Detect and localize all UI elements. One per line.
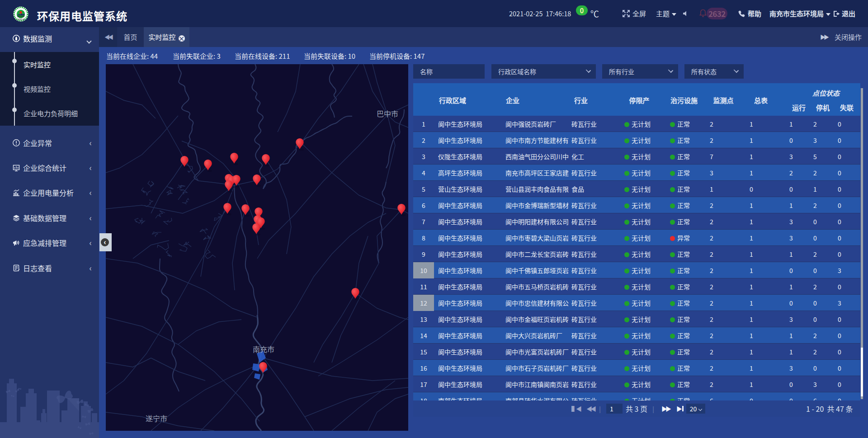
svg-text:南充市: 南充市	[253, 344, 274, 354]
svg-text:环境监测: 环境监测	[17, 18, 24, 21]
svg-text:巴中市: 巴中市	[377, 108, 398, 119]
svg-text:遂宁市: 遂宁市	[146, 413, 167, 424]
